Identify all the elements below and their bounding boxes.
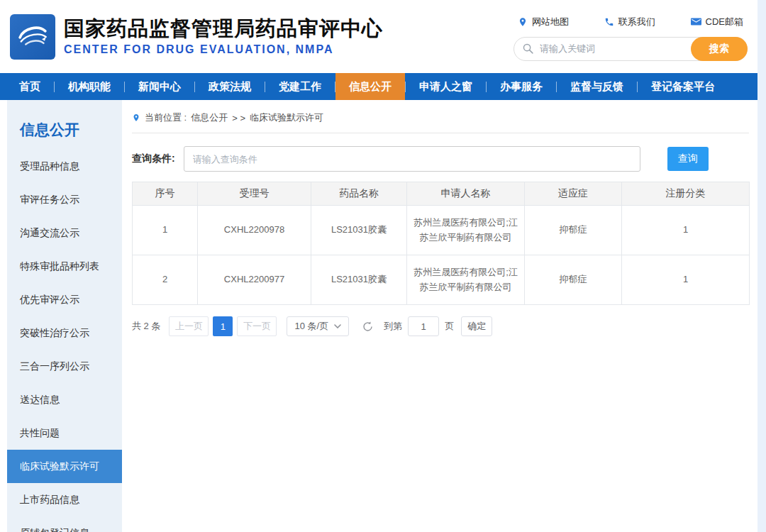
nav-item-services[interactable]: 办事服务: [487, 73, 556, 100]
sidebar-item-common-issues[interactable]: 共性问题: [7, 416, 122, 450]
site-titles: 国家药品监督管理局药品审评中心 CENTER FOR DRUG EVALUATI…: [64, 17, 383, 56]
site-header: 国家药品监督管理局药品审评中心 CENTER FOR DRUG EVALUATI…: [0, 0, 757, 73]
top-links: 网站地图 联系我们 CDE邮箱: [514, 16, 748, 28]
cell-applicant: 苏州兰晟医药有限公司;江苏兰欣平制药有限公司: [407, 206, 525, 255]
goto-page-suffix: 页: [445, 320, 454, 333]
nav-item-functions[interactable]: 机构职能: [55, 73, 124, 100]
page-size-select[interactable]: 10 条/页: [287, 316, 349, 336]
col-header-applicant: 申请人名称: [407, 182, 525, 206]
site-subtitle: CENTER FOR DRUG EVALUATION, NMPA: [64, 43, 383, 56]
location-pin-icon: [132, 113, 140, 123]
cell-drug-name: LS21031胶囊: [311, 255, 407, 305]
sidebar-item-review-tasks[interactable]: 审评任务公示: [7, 183, 122, 216]
nav-item-supervision[interactable]: 监督与反馈: [557, 73, 637, 100]
main-nav: 首页 机构职能 新闻中心 政策法规 党建工作 信息公开 申请人之窗 办事服务 监…: [0, 73, 757, 100]
content-area: 当前位置 : 信息公开 > > 临床试验默示许可 查询条件: 查询 序号: [132, 100, 749, 532]
query-button[interactable]: 查询: [667, 147, 709, 171]
nav-item-news[interactable]: 新闻中心: [125, 73, 194, 100]
query-input[interactable]: [184, 146, 640, 172]
pagination-total: 共 2 条: [132, 320, 160, 333]
fish-swoosh-icon: [14, 18, 51, 55]
page-size-value: 10 条/页: [294, 320, 328, 333]
cell-index: 1: [133, 206, 198, 255]
mail-icon: [691, 17, 701, 26]
sidebar-item-priority-review[interactable]: 优先审评公示: [7, 283, 122, 316]
col-header-acceptance-no: 受理号: [198, 182, 311, 206]
site-title: 国家药品监督管理局药品审评中心: [64, 17, 383, 40]
nav-item-home[interactable]: 首页: [6, 73, 54, 100]
header-right: 网站地图 联系我们 CDE邮箱: [514, 13, 748, 61]
goto-confirm-button[interactable]: 确定: [461, 316, 492, 336]
query-label: 查询条件:: [132, 153, 175, 165]
pagination: 共 2 条 上一页 1 下一页 10 条/页 到第: [132, 316, 749, 336]
cell-applicant: 苏州兰晟医药有限公司;江苏兰欣平制药有限公司: [407, 255, 525, 305]
map-pin-icon: [518, 17, 528, 27]
table-row: 2 CXHL2200977 LS21031胶囊 苏州兰晟医药有限公司;江苏兰欣平…: [133, 255, 750, 305]
sidebar: 信息公开 受理品种信息 审评任务公示 沟通交流公示 特殊审批品种列表 优先审评公…: [7, 100, 122, 532]
phone-icon: [604, 17, 614, 27]
sidebar-item-clinical-trial-implied-license[interactable]: 临床试验默示许可: [7, 450, 122, 483]
sidebar-item-marketed-drugs[interactable]: 上市药品信息: [7, 483, 122, 516]
refresh-icon: [362, 321, 374, 333]
mailbox-link[interactable]: CDE邮箱: [691, 16, 743, 28]
page-container: 国家药品监督管理局药品审评中心 CENTER FOR DRUG EVALUATI…: [0, 0, 757, 532]
col-header-registration-class: 注册分类: [622, 182, 750, 206]
sidebar-item-breakthrough-therapy[interactable]: 突破性治疗公示: [7, 316, 122, 350]
cell-index: 2: [133, 255, 198, 305]
contact-label: 联系我们: [618, 16, 655, 28]
col-header-indication: 适应症: [525, 182, 622, 206]
contact-link[interactable]: 联系我们: [604, 16, 655, 28]
mailbox-label: CDE邮箱: [706, 16, 743, 28]
cell-indication: 抑郁症: [525, 255, 622, 305]
query-bar: 查询条件: 查询: [132, 146, 749, 172]
breadcrumb-separator: > >: [232, 113, 245, 123]
page-number-1[interactable]: 1: [213, 316, 233, 336]
cell-acceptance-no: CXHL2200977: [198, 255, 311, 305]
table-header-row: 序号 受理号 药品名称 申请人名称 适应症 注册分类: [133, 182, 750, 206]
sidebar-item-excipients-registration[interactable]: 原辅包登记信息: [7, 516, 122, 532]
next-page-button[interactable]: 下一页: [237, 316, 277, 336]
cell-acceptance-no: CXHL2200978: [198, 206, 311, 255]
cell-indication: 抑郁症: [525, 206, 622, 255]
site-search-button[interactable]: 搜索: [691, 37, 748, 61]
col-header-index: 序号: [133, 182, 198, 206]
nav-item-applicant-window[interactable]: 申请人之窗: [406, 73, 486, 100]
nav-item-info-disclosure[interactable]: 信息公开: [335, 73, 405, 100]
nav-item-policies[interactable]: 政策法规: [195, 73, 265, 100]
sidebar-item-delivery-info[interactable]: 送达信息: [7, 383, 122, 416]
sidebar-item-three-in-one[interactable]: 三合一序列公示: [7, 350, 122, 383]
sitemap-link[interactable]: 网站地图: [518, 16, 569, 28]
refresh-button[interactable]: [362, 321, 374, 333]
nav-item-registration-platform[interactable]: 登记备案平台: [638, 73, 728, 100]
cell-drug-name: LS21031胶囊: [311, 206, 407, 255]
breadcrumb: 当前位置 : 信息公开 > > 临床试验默示许可: [132, 106, 749, 133]
prev-page-button[interactable]: 上一页: [169, 316, 209, 336]
goto-page-prefix: 到第: [384, 320, 402, 333]
cell-registration-class: 1: [622, 206, 750, 255]
results-table: 序号 受理号 药品名称 申请人名称 适应症 注册分类 1 CXHL2200978…: [132, 182, 750, 305]
main-area: 信息公开 受理品种信息 审评任务公示 沟通交流公示 特殊审批品种列表 优先审评公…: [0, 100, 757, 532]
sidebar-title: 信息公开: [7, 100, 122, 150]
breadcrumb-section[interactable]: 信息公开: [191, 111, 228, 124]
table-row: 1 CXHL2200978 LS21031胶囊 苏州兰晟医药有限公司;江苏兰欣平…: [133, 206, 750, 255]
sitemap-label: 网站地图: [532, 16, 569, 28]
cde-logo[interactable]: [10, 14, 55, 60]
site-search: 搜索: [514, 37, 748, 61]
search-icon: [522, 43, 534, 55]
col-header-drug-name: 药品名称: [311, 182, 407, 206]
breadcrumb-current: 临床试验默示许可: [250, 111, 323, 124]
breadcrumb-prefix: 当前位置 :: [145, 111, 187, 124]
chevron-down-icon: [334, 324, 341, 328]
sidebar-item-communication[interactable]: 沟通交流公示: [7, 216, 122, 250]
cell-registration-class: 1: [622, 255, 750, 305]
goto-page-input[interactable]: [408, 316, 439, 336]
sidebar-item-special-approval[interactable]: 特殊审批品种列表: [7, 250, 122, 283]
sidebar-item-accepted-varieties[interactable]: 受理品种信息: [7, 150, 122, 183]
nav-item-party[interactable]: 党建工作: [265, 73, 335, 100]
